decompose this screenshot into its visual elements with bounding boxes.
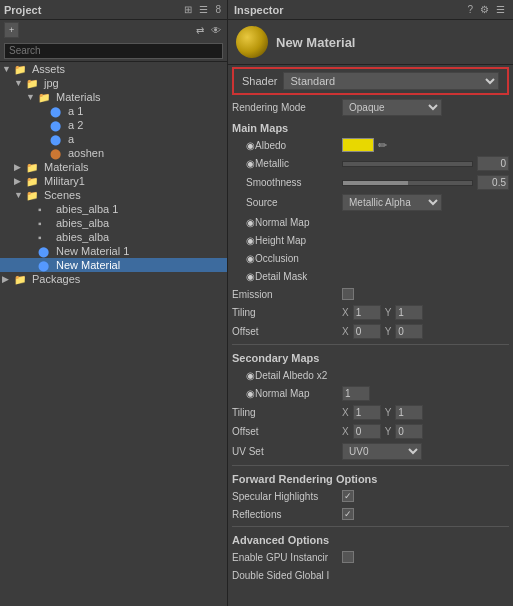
height-map-row: ◉Height Map xyxy=(232,231,509,249)
offset1-y-input[interactable] xyxy=(395,324,423,339)
tree-label: abies_alba xyxy=(56,231,227,243)
emission-label: Emission xyxy=(232,289,342,300)
metallic-input[interactable] xyxy=(477,156,509,171)
offset2-x-input[interactable] xyxy=(353,424,381,439)
material-icon: ⬤ xyxy=(50,134,66,145)
double-sided-row: Double Sided Global I xyxy=(232,566,509,584)
tree-label: a xyxy=(68,133,227,145)
add-button[interactable]: + xyxy=(4,22,19,38)
eye-icon[interactable]: 👁 xyxy=(209,25,223,36)
normal-map2-value xyxy=(342,386,509,401)
tree-item-materials-sub[interactable]: ▼ 📁 Materials xyxy=(0,90,227,104)
source-row: Source Metallic Alpha xyxy=(232,192,509,213)
source-select[interactable]: Metallic Alpha xyxy=(342,194,442,211)
reflections-checkbox[interactable] xyxy=(342,508,354,520)
list-icon[interactable]: ☰ xyxy=(197,4,210,15)
tree-item-abies1[interactable]: ▪ abies_alba 1 xyxy=(0,202,227,216)
uv-set-label: UV Set xyxy=(232,446,342,457)
offset1-xy: X Y xyxy=(342,324,423,339)
tree-label: Scenes xyxy=(44,189,227,201)
tree-label: Military1 xyxy=(44,175,227,187)
detail-mask-label: ◉Detail Mask xyxy=(232,271,342,282)
rendering-mode-label: Rendering Mode xyxy=(232,102,342,113)
tree-item-packages[interactable]: ▶ 📁 Packages xyxy=(0,272,227,286)
tiling1-value: X Y xyxy=(342,305,509,320)
menu-icon[interactable]: ☰ xyxy=(494,4,507,15)
tree-item-scenes[interactable]: ▼ 📁 Scenes xyxy=(0,188,227,202)
height-map-label: ◉Height Map xyxy=(232,235,342,246)
offset1-y-label: Y xyxy=(385,326,392,337)
offset2-y-label: Y xyxy=(385,426,392,437)
tiling2-x-input[interactable] xyxy=(353,405,381,420)
folder-icon: 📁 xyxy=(14,64,30,75)
rendering-mode-select[interactable]: Opaque xyxy=(342,99,442,116)
uv-set-select[interactable]: UV0 xyxy=(342,443,422,460)
tiling2-y-input[interactable] xyxy=(395,405,423,420)
project-toolbar: + ⇄ 👁 xyxy=(0,20,227,40)
tree-label: New Material xyxy=(56,259,227,271)
metallic-slider[interactable] xyxy=(342,161,473,167)
tiling2-y-label: Y xyxy=(385,407,392,418)
eyedropper-button[interactable]: ✏ xyxy=(378,139,387,152)
tree-item-a2[interactable]: ⬤ a 2 xyxy=(0,118,227,132)
occlusion-label: ◉Occlusion xyxy=(232,253,342,264)
tree-item-new-material[interactable]: ⬤ New Material xyxy=(0,258,227,272)
detail-mask-row: ◉Detail Mask xyxy=(232,267,509,285)
tree-label: Assets xyxy=(32,63,227,75)
expand-arrow: ▶ xyxy=(2,274,14,284)
tree-item-abies3[interactable]: ▪ abies_alba xyxy=(0,230,227,244)
inspector-header-icons: ? ⚙ ☰ xyxy=(465,4,507,15)
normal-map-row: ◉Normal Map xyxy=(232,213,509,231)
smoothness-slider[interactable] xyxy=(342,180,473,186)
offset2-xy: X Y xyxy=(342,424,423,439)
specular-checkbox[interactable] xyxy=(342,490,354,502)
emission-checkbox[interactable] xyxy=(342,288,354,300)
tree-item-a[interactable]: ⬤ a xyxy=(0,132,227,146)
offset2-y-input[interactable] xyxy=(395,424,423,439)
expand-arrow: ▶ xyxy=(14,162,26,172)
metallic-label: ◉Metallic xyxy=(232,158,342,169)
uv-set-value: UV0 xyxy=(342,443,509,460)
material-header: New Material xyxy=(228,20,513,65)
normal-map-label: ◉Normal Map xyxy=(232,217,342,228)
tree-item-jpg[interactable]: ▼ 📁 jpg xyxy=(0,76,227,90)
gpu-instancing-checkbox[interactable] xyxy=(342,551,354,563)
help-icon[interactable]: ? xyxy=(465,4,475,15)
tiling1-x-input[interactable] xyxy=(353,305,381,320)
project-header: Project ⊞ ☰ 8 xyxy=(0,0,227,20)
material-preview-sphere xyxy=(236,26,268,58)
tree-item-assets[interactable]: ▼ 📁 Assets xyxy=(0,62,227,76)
divider1 xyxy=(232,344,509,345)
reflections-label: Reflections xyxy=(232,509,342,520)
tiling1-row: Tiling X Y xyxy=(232,303,509,322)
gpu-instancing-row: Enable GPU Instancir xyxy=(232,548,509,566)
settings-icon[interactable]: ⚙ xyxy=(478,4,491,15)
smoothness-input[interactable] xyxy=(477,175,509,190)
sync-icon[interactable]: ⇄ xyxy=(194,25,206,36)
smoothness-value xyxy=(342,175,509,190)
tiling1-xy: X Y xyxy=(342,305,423,320)
detail-albedo-row: ◉Detail Albedo x2 xyxy=(232,366,509,384)
tree-item-aoshen[interactable]: ⬤ aoshen xyxy=(0,146,227,160)
tree-item-new-mat-1[interactable]: ⬤ New Material 1 xyxy=(0,244,227,258)
tiling2-xy: X Y xyxy=(342,405,423,420)
tree-item-military[interactable]: ▶ 📁 Military1 xyxy=(0,174,227,188)
project-tree: ▼ 📁 Assets ▼ 📁 jpg ▼ 📁 Materials ⬤ a 1 ⬤… xyxy=(0,62,227,606)
source-label: Source xyxy=(232,197,342,208)
tiling1-y-input[interactable] xyxy=(395,305,423,320)
project-header-icons: ⊞ ☰ 8 xyxy=(182,4,223,15)
tree-item-abies2[interactable]: ▪ abies_alba xyxy=(0,216,227,230)
normal-map2-input[interactable] xyxy=(342,386,370,401)
inspector-panel: Inspector ? ⚙ ☰ New Material Shader Stan… xyxy=(228,0,513,606)
offset1-x-input[interactable] xyxy=(353,324,381,339)
tree-item-a1[interactable]: ⬤ a 1 xyxy=(0,104,227,118)
grid-icon[interactable]: ⊞ xyxy=(182,4,194,15)
emission-value xyxy=(342,288,509,300)
project-panel: Project ⊞ ☰ 8 + ⇄ 👁 ▼ 📁 Assets ▼ 📁 jpg xyxy=(0,0,228,606)
search-input[interactable] xyxy=(4,43,223,59)
zoom-icon[interactable]: 8 xyxy=(213,4,223,15)
tree-item-materials[interactable]: ▶ 📁 Materials xyxy=(0,160,227,174)
albedo-color-swatch[interactable] xyxy=(342,138,374,152)
shader-select[interactable]: Standard xyxy=(283,72,499,90)
forward-rendering-header: Forward Rendering Options xyxy=(232,469,509,487)
